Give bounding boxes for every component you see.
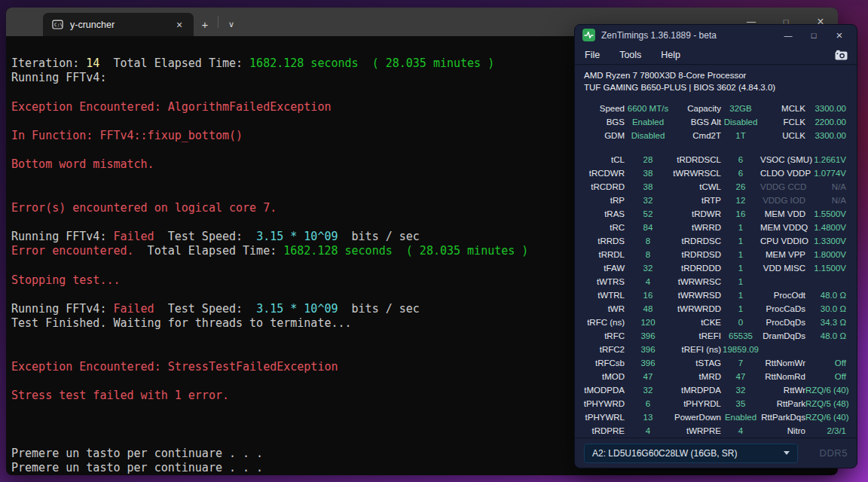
menu-file[interactable]: File bbox=[585, 50, 600, 60]
zentimings-window-title: ZenTimings 1.36.1889 - beta bbox=[601, 30, 717, 41]
terminal-tab[interactable]: C:\ y-cruncher × bbox=[43, 13, 194, 36]
zt-minimize-button[interactable]: — bbox=[775, 26, 801, 45]
zt-label: Capacity bbox=[671, 104, 721, 113]
tab-close-icon[interactable]: × bbox=[173, 18, 186, 32]
zt-label: tRRDL bbox=[581, 250, 625, 259]
zt-close-button[interactable]: × bbox=[827, 26, 852, 45]
zt-label: tRDRDSD bbox=[671, 250, 721, 259]
zt-value: 1 bbox=[721, 277, 760, 286]
zt-value: 0 bbox=[721, 318, 760, 327]
zentimings-window-controls: — □ × bbox=[775, 26, 852, 45]
memory-overview-table: Speed6600 MT/sCapacity32GBMCLK3300.00BGS… bbox=[575, 96, 857, 142]
zt-row: tWR48tWRWRDD1ProcCaDs30.0 Ω bbox=[581, 302, 854, 316]
zt-row: tRFC396tREFI65535DramDqDs48.0 Ω bbox=[581, 329, 854, 343]
zt-row: tRCDWR38tWRWRSCL6CLDO VDDP1.0774V bbox=[581, 166, 854, 180]
tab-dropdown-button[interactable]: ∨ bbox=[220, 13, 243, 36]
zt-label: CPU VDDIO bbox=[760, 236, 805, 246]
zt-row: tPHYWRL13PowerDownEnabledRttParkDqsRZQ/6… bbox=[581, 410, 854, 424]
zt-label: VDDG IOD bbox=[760, 196, 805, 205]
zt-label: tCKE bbox=[671, 318, 721, 327]
zt-label: Nitro bbox=[760, 426, 805, 435]
zt-label: tPHYWRD bbox=[581, 399, 625, 408]
zt-label: tRDRDSCL bbox=[671, 155, 721, 164]
zt-value: 32 bbox=[625, 196, 671, 205]
zt-value: 1 bbox=[721, 291, 760, 300]
zt-value: 4 bbox=[625, 277, 671, 286]
zt-label: tMRDPDA bbox=[671, 386, 721, 395]
zt-value: 4 bbox=[721, 426, 760, 435]
zt-value: 8 bbox=[625, 236, 671, 246]
zt-label: GDM bbox=[581, 131, 625, 140]
zt-value: 2200.00 bbox=[805, 117, 855, 127]
motherboard-info: TUF GAMING B650-PLUS | BIOS 3602 (4.84.3… bbox=[584, 81, 848, 93]
zt-label: tWR bbox=[581, 304, 625, 313]
zt-label: RttPark bbox=[760, 399, 805, 408]
zt-maximize-button[interactable]: □ bbox=[801, 26, 827, 45]
zt-value: 35 bbox=[721, 399, 760, 408]
zt-label: tRDPRE bbox=[581, 426, 625, 435]
zentimings-footer: A2: LD5U16G60C28LW (16GB, SR) DDR5 bbox=[575, 438, 857, 468]
zt-row: tMODPDA32tMRDPDA32RttWrRZQ/6 (40) bbox=[581, 383, 854, 397]
dimm-selector-dropdown[interactable]: A2: LD5U16G60C28LW (16GB, SR) bbox=[584, 444, 798, 463]
zt-label: BGS Alt bbox=[671, 117, 721, 127]
zt-value: 1T bbox=[721, 131, 760, 140]
zt-label: FCLK bbox=[760, 117, 805, 127]
zt-value: 4 bbox=[625, 426, 671, 435]
zt-label: DramDqDs bbox=[760, 331, 805, 340]
zt-label: RttParkDqs bbox=[760, 413, 805, 422]
zt-value: 7 bbox=[721, 358, 760, 368]
zt-value: N/A bbox=[805, 196, 855, 205]
zt-row: tRRDS8tRDRDSC1CPU VDDIO1.3300V bbox=[581, 234, 854, 248]
zt-row: tRFCsb396tSTAG7RttNomWrOff bbox=[581, 356, 854, 370]
zt-value: 8 bbox=[625, 250, 671, 259]
zt-value: 34.3 Ω bbox=[805, 318, 855, 327]
zt-row: tFAW32tRDRDDD1VDD MISC1.1500V bbox=[581, 261, 854, 275]
zt-label: CLDO VDDP bbox=[760, 169, 805, 178]
zt-row: tRP32tRTP12VDDG IODN/A bbox=[581, 194, 854, 207]
zt-row: tWTRS4tWRWRSC1 bbox=[581, 275, 854, 288]
zt-value: RZQ/5 (48) bbox=[805, 399, 855, 408]
zt-value: 16 bbox=[721, 209, 760, 218]
zt-label: tFAW bbox=[581, 264, 625, 273]
zt-value: 1 bbox=[721, 304, 760, 313]
zt-value: 396 bbox=[625, 358, 671, 368]
zt-label: MEM VDD bbox=[760, 209, 805, 218]
zt-value: 38 bbox=[625, 182, 671, 191]
zt-label: tRC bbox=[581, 223, 625, 232]
zt-value: 1.3300V bbox=[805, 236, 855, 246]
zt-label: tRFCsb bbox=[581, 358, 625, 368]
zt-label: tRDRDSC bbox=[671, 236, 721, 246]
zt-label: tCL bbox=[581, 155, 625, 164]
zt-value: 12 bbox=[721, 196, 760, 205]
zt-value: 1 bbox=[721, 236, 760, 246]
zt-value: Enabled bbox=[625, 117, 671, 127]
zt-row: tWTRL16tWRWRSD1ProcOdt48.0 Ω bbox=[581, 288, 854, 302]
zt-label: RttNomWr bbox=[760, 358, 805, 368]
zt-value: 26 bbox=[721, 182, 760, 191]
zt-label: tREFI bbox=[671, 331, 721, 340]
zentimings-app-icon bbox=[582, 29, 595, 41]
zt-row: tRC84tWRRD1MEM VDDQ1.4800V bbox=[581, 221, 854, 234]
screenshot-camera-icon[interactable] bbox=[835, 50, 848, 63]
zt-label: tRCDRD bbox=[581, 182, 625, 191]
zt-value: 1 bbox=[721, 250, 760, 259]
zt-value: 2/3/1 bbox=[805, 426, 855, 435]
zt-value: RZQ/6 (40) bbox=[805, 413, 855, 422]
zentimings-menubar: File Tools Help bbox=[575, 45, 857, 65]
zt-label: PowerDown bbox=[671, 413, 721, 422]
zt-row: tMOD47tMRD47RttNomRdOff bbox=[581, 370, 854, 383]
menu-help[interactable]: Help bbox=[661, 50, 680, 60]
zt-label: tWRWRSD bbox=[671, 291, 721, 300]
zt-value: 19859.09 bbox=[721, 345, 760, 354]
zt-value: Disabled bbox=[625, 131, 671, 140]
menu-tools[interactable]: Tools bbox=[619, 50, 641, 60]
zt-label: tMRD bbox=[671, 372, 721, 381]
new-tab-button[interactable]: + bbox=[194, 13, 216, 36]
tabbar-divider bbox=[218, 16, 219, 28]
zt-label: tWTRS bbox=[581, 277, 625, 286]
zt-value: 47 bbox=[721, 372, 760, 381]
zt-label: tWRWRSCL bbox=[671, 169, 721, 178]
zt-label: MEM VPP bbox=[760, 250, 805, 259]
zt-row: tRAS52tRDWR16MEM VDD1.5500V bbox=[581, 207, 854, 221]
zt-label: tWTRL bbox=[581, 291, 625, 300]
